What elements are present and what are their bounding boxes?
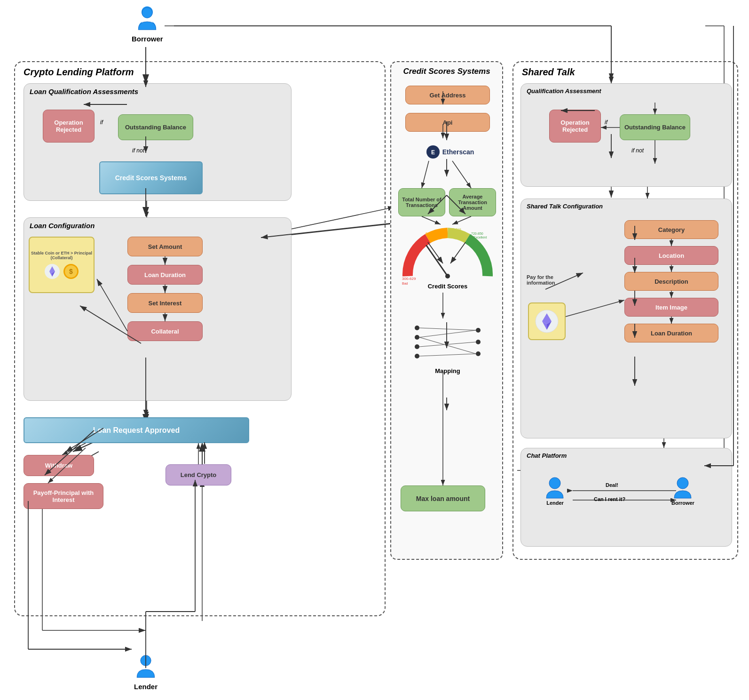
category-node: Category — [624, 220, 718, 239]
deal-label: Deal! — [606, 482, 618, 488]
if-label-right: if — [605, 119, 607, 126]
loan-qual-title: Loan Qualification Assessments — [30, 88, 138, 95]
coin-icons: $ — [45, 264, 79, 279]
loan-config-title: Loan Configuration — [30, 222, 95, 230]
can-i-rent-label: Can I rent it? — [594, 496, 625, 502]
payoff-node: Payoff-Principal with Interest — [24, 483, 103, 509]
withdraw-node: Withdraw — [24, 455, 94, 476]
borrower-icon — [133, 5, 161, 33]
credit-scores-mid-box: Credit Scores Systems Get Address Api E … — [390, 61, 503, 560]
if-not-label-right: if not — [631, 147, 644, 154]
loan-qual-box: Loan Qualification Assessments Outstandi… — [24, 83, 292, 201]
lend-crypto-node: Lend Crypto — [166, 464, 231, 485]
eth-pay-icon — [535, 310, 559, 333]
credit-gauge-svg: 300-629 Bad 630-689 Fair 690-719 Good 72… — [398, 224, 497, 286]
max-loan-node: Max loan amount — [401, 485, 485, 511]
shared-talk-box: Shared Talk Qualification Assessment Out… — [512, 61, 738, 560]
svg-point-66 — [445, 274, 450, 278]
svg-line-55 — [97, 279, 127, 331]
svg-point-119 — [141, 655, 151, 666]
svg-point-110 — [549, 477, 560, 489]
svg-line-92 — [422, 216, 441, 224]
loan-config-box: Loan Configuration Stable Coin or ETH > … — [24, 217, 292, 401]
etherscan-logo-container: E Etherscan — [410, 140, 490, 164]
svg-line-86 — [419, 337, 476, 354]
loan-approved-node: Loan Request Approved — [24, 417, 249, 443]
svg-point-75 — [415, 326, 419, 330]
shared-talk-config-box: Shared Talk Configuration Pay for the in… — [520, 199, 732, 438]
svg-point-81 — [476, 351, 481, 356]
chat-platform-box: Chat Platform Lender Borrower — [520, 448, 732, 547]
svg-text:Fair: Fair — [427, 236, 434, 239]
credit-gauge-container: 300-629 Bad 630-689 Fair 690-719 Good 72… — [398, 224, 497, 290]
svg-line-60 — [62, 443, 86, 455]
svg-line-90 — [422, 161, 429, 188]
loan-duration-right-node: Loan Duration — [624, 324, 718, 342]
lender-label: Lender — [134, 683, 158, 691]
svg-text:Good: Good — [452, 232, 460, 235]
if-label-left: if — [100, 119, 103, 126]
lender-bottom: Lender — [132, 652, 160, 691]
chat-platform-title: Chat Platform — [527, 452, 567, 459]
svg-line-65 — [426, 246, 448, 276]
chat-lender: Lender — [544, 477, 566, 506]
total-tx-node: Total Number of Transactions — [398, 188, 445, 216]
svg-line-84 — [419, 342, 476, 347]
shared-talk-config-title: Shared Talk Configuration — [527, 203, 603, 210]
borrower-top: Borrower — [132, 5, 163, 43]
qual-assess-right-box: Qualification Assessment Outstanding Bal… — [520, 83, 732, 187]
crypto-platform-box: Crypto Lending Platform Loan Qualificati… — [14, 61, 386, 616]
location-node: Location — [624, 246, 718, 265]
outstanding-balance-left: Outstanding Balance — [118, 114, 193, 140]
svg-text:630-689: 630-689 — [426, 232, 438, 235]
svg-point-44 — [142, 8, 152, 18]
mapping-container: Mapping — [398, 318, 497, 374]
avg-tx-node: Average Transaction Amount — [449, 188, 496, 216]
outstanding-balance-right: Outstanding Balance — [620, 114, 690, 140]
get-address-node: Get Address — [405, 86, 490, 104]
loan-duration-node: Loan Duration — [127, 265, 203, 285]
svg-text:690-719: 690-719 — [449, 228, 461, 231]
svg-point-79 — [476, 328, 481, 333]
qual-assess-right-title: Qualification Assessment — [527, 88, 601, 95]
op-rejected-left: Operation Rejected — [43, 110, 95, 143]
svg-text:Excellent: Excellent — [473, 236, 487, 239]
credit-scores-mid-title: Credit Scores Systems — [396, 67, 497, 76]
svg-line-91 — [452, 161, 471, 188]
borrower-label: Borrower — [132, 35, 163, 43]
description-node: Description — [624, 272, 718, 291]
item-image-node: Item Image — [624, 298, 718, 317]
svg-text:E: E — [431, 149, 435, 156]
chat-lender-icon — [544, 477, 566, 500]
svg-point-77 — [415, 344, 419, 349]
collateral-coin-box: Stable Coin or ETH > Principal (Collater… — [29, 237, 95, 293]
mapping-label: Mapping — [398, 367, 497, 374]
dollar-icon: $ — [63, 264, 79, 279]
svg-text:Bad: Bad — [402, 282, 408, 285]
if-not-label-left: if not — [132, 147, 144, 154]
mapping-svg — [398, 318, 497, 366]
svg-line-109 — [566, 300, 624, 317]
set-amount-node: Set Amount — [127, 237, 203, 256]
op-rejected-right: Operation Rejected — [549, 110, 601, 143]
svg-point-80 — [476, 340, 481, 344]
svg-text:720-850: 720-850 — [471, 232, 483, 235]
shared-talk-title: Shared Talk — [522, 67, 575, 78]
svg-text:$: $ — [69, 268, 73, 275]
chat-borrower: Borrower — [671, 477, 694, 506]
svg-line-93 — [452, 216, 471, 224]
crypto-platform-title: Crypto Lending Platform — [24, 67, 134, 78]
svg-point-111 — [677, 477, 688, 489]
collateral-node: Collateral — [127, 321, 203, 341]
svg-line-82 — [419, 328, 476, 330]
eth-icon — [45, 264, 60, 279]
svg-line-83 — [419, 330, 476, 337]
chat-borrower-label: Borrower — [671, 500, 694, 506]
api-node: Api — [405, 113, 490, 132]
chat-lender-label: Lender — [546, 500, 564, 506]
svg-point-78 — [415, 354, 419, 358]
svg-text:300-629: 300-629 — [402, 277, 416, 281]
chat-borrower-icon — [672, 477, 694, 500]
etherscan-icon: E — [426, 145, 440, 159]
svg-line-85 — [419, 354, 476, 356]
